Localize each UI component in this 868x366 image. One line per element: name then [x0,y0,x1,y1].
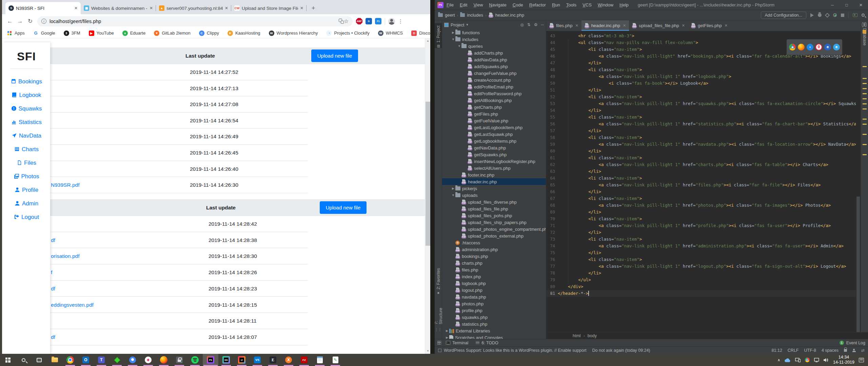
tree-item[interactable]: PHPlogout.php [442,287,546,293]
taskbar-phpstorm[interactable]: PS [203,354,218,366]
coverage-icon[interactable] [825,13,830,17]
tree-item[interactable]: PHPgetFiles.php [442,110,546,117]
reload-button[interactable]: ↻ [25,16,35,26]
project-panel-title[interactable]: Project [451,22,464,27]
menu-refactor[interactable]: Refactor [526,2,549,7]
code-line[interactable]: 79 </ul> [546,277,856,283]
tree-item[interactable]: PHPeditProfilePassword.php [442,90,546,97]
editor-tab[interactable]: PHPfiles.php✕ [546,20,581,31]
tree-item[interactable]: PHPgetLogbookItems.php [442,138,546,144]
run-icon[interactable] [810,13,814,17]
taskbar-clock[interactable]: 14:34 14-11-2019 [833,355,854,365]
event-log-button[interactable]: 1 Event Log [840,341,865,345]
taskbar-filezilla[interactable]: FZ [296,354,312,366]
code-line[interactable]: 69 </li> [546,209,856,216]
browser-tab[interactable]: ▲server007.yourhosting.nl:8443 / l✕ [156,2,231,14]
file-link[interactable]: df [51,232,55,248]
chrome-tray-icon[interactable] [805,358,810,362]
tree-item[interactable]: PHPgetFuelValue.php [442,117,546,124]
code-line[interactable]: 64 <li class="nav-item"> [546,175,856,182]
phone-link-icon[interactable] [795,358,801,362]
tree-item[interactable]: PHPlogbook.php [442,280,546,287]
hector-icon[interactable] [852,349,856,352]
tree-item[interactable]: PHPnavdata.php [442,293,546,300]
bookmark-item[interactable]: ▼GitLab 2lemon [154,30,191,36]
tree-item[interactable]: PHPfiles.php [442,266,546,273]
browser-tab[interactable]: CWUpload and Store Image File in D✕ [231,2,307,14]
tree-item[interactable]: ▶External Libraries [442,327,546,334]
tree-item[interactable]: PHPstatistics.php [442,321,546,327]
tree-item[interactable]: PHPupload_files_file.php [442,205,546,212]
profile-avatar[interactable] [388,18,395,25]
edge-icon[interactable]: e [824,44,831,50]
sidebar-item-photos[interactable]: Photos [3,170,50,183]
search-everywhere-icon[interactable] [862,14,865,17]
minimize-icon[interactable]: ─ [825,0,840,10]
status-message[interactable]: WordPress Support: Looks like this is a … [444,348,587,353]
sidebar-item-statistics[interactable]: Statistics [3,116,50,129]
scroll-up-icon[interactable]: ▲ [425,38,430,44]
taskbar-file-explorer[interactable] [47,354,62,366]
tree-item[interactable]: PHPupload_files_pohs.php [442,212,546,219]
taskbar-search[interactable] [16,354,31,366]
bookmark-item[interactable]: ▶YouTube [89,30,114,36]
tree-item[interactable]: ▼includes [442,36,546,43]
maximize-icon[interactable]: □ [840,0,854,10]
file-link[interactable]: eddingsvesten.pdf [51,297,94,313]
ie-icon[interactable]: e [833,44,840,50]
tab-close-icon[interactable]: ✕ [300,6,303,11]
menu-tools[interactable]: Tools [563,2,579,7]
tab-close-icon[interactable]: ✕ [225,6,228,11]
chevron-down-icon[interactable]: ▼ [466,23,469,26]
back-button[interactable]: ← [5,16,15,26]
taskbar-start[interactable] [0,354,16,366]
page-scrollbar[interactable]: ▲ ▼ [425,38,430,354]
tab-close-icon[interactable]: ✕ [623,23,626,28]
tree-item[interactable]: PHPupload_files_ship_papers.php [442,219,546,226]
code-line[interactable]: 59 <a class="nav-link pill-light 1" href… [546,141,856,148]
chevron-right-icon[interactable]: ▶ [445,336,449,339]
action-center-icon[interactable] [859,358,864,362]
scroll-down-icon[interactable]: ▼ [425,348,430,354]
taskbar-datagrip[interactable]: DG [218,354,234,366]
code-line[interactable]: 56 <a class="nav-link pill-light 1" href… [546,121,856,127]
profiler-icon[interactable] [833,13,837,17]
code-line[interactable]: 75 </li> [546,249,856,256]
tree-item[interactable]: PHPgetAllBookings.php [442,97,546,104]
extension-icon-2[interactable]: F1 [375,18,381,24]
browser-menu-icon[interactable]: ⋮ [398,18,403,24]
tree-item[interactable]: PHPaddSquawks.php [442,63,546,70]
menu-file[interactable]: File [443,2,457,7]
tree-item[interactable]: ⚙.htaccess [442,239,546,246]
tree-item[interactable]: PHPgetLastSquawk.php [442,131,546,138]
file-link[interactable]: N939SR.pdf [51,177,79,193]
code-line[interactable]: 61 <li class="nav-item"> [546,155,856,161]
run-in-browser-icon[interactable] [853,13,857,17]
code-line[interactable]: 77 <a class="nav-link pill-light 1" href… [546,263,856,270]
tree-item[interactable]: PHPgetSquawks.php [442,151,546,158]
code-line[interactable]: 66 </li> [546,188,856,195]
chevron-down-icon[interactable]: ▼ [451,38,455,41]
file-link[interactable]: orisation.pdf [51,248,79,264]
forward-button[interactable]: → [15,16,25,26]
code-line[interactable]: 43 <hr class="mt-3 mb-3"> [546,33,856,39]
browser-tab[interactable]: SN393SR - SFI✕ [5,2,81,14]
crumb-body[interactable]: body [588,333,597,338]
tree-item[interactable]: PHPcreateAccount.php [442,77,546,83]
file-link[interactable]: df [51,329,55,345]
tree-item[interactable]: PHPupload_photos_external.php [442,232,546,239]
stop-icon[interactable] [841,14,844,17]
menu-view[interactable]: View [470,2,486,7]
code-line[interactable]: 48 <li class="nav-item"> [546,66,856,73]
code-line[interactable]: 76 <li class="nav-item"> [546,256,856,263]
code-line[interactable]: 80 </div> [546,283,856,290]
taskbar-maps[interactable] [125,354,140,366]
tab-close-icon[interactable]: ✕ [74,6,78,11]
tree-item[interactable]: ▶Scratches and Consoles [442,334,546,339]
locate-icon[interactable]: ◎ [520,22,524,27]
tree-item[interactable]: PHPupload_photos_engine_compartment.php [442,226,546,232]
tree-item[interactable]: PHPfooter.inc.php [442,171,546,178]
hide-panel-icon[interactable]: ─ [541,22,544,27]
sidebar-item-files[interactable]: Files [3,156,50,170]
tool-tab-database[interactable]: Database [861,22,868,45]
